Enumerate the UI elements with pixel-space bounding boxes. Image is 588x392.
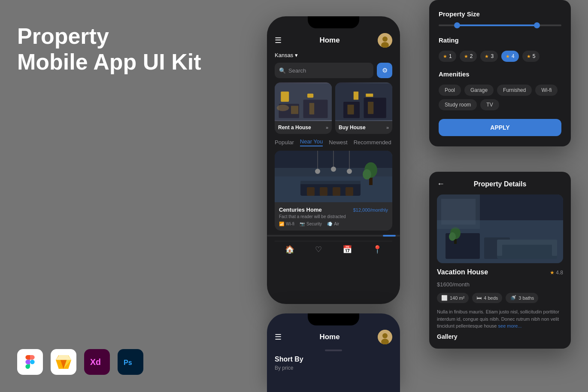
star-icon-1: ★ bbox=[443, 54, 447, 59]
rating-4[interactable]: ★ 4 bbox=[501, 51, 519, 62]
svg-rect-11 bbox=[291, 106, 298, 114]
svg-point-30 bbox=[315, 169, 320, 174]
slider-thumb-right[interactable] bbox=[534, 22, 540, 28]
buy-arrow-icon: » bbox=[386, 125, 389, 130]
svg-rect-8 bbox=[281, 91, 289, 102]
property-meta-row: ⬜ 140 m² 🛏 4 beds 🚿 3 baths bbox=[437, 293, 563, 303]
svg-text:Ps: Ps bbox=[124, 359, 132, 366]
rent-arrow-icon: » bbox=[326, 125, 328, 130]
nav-location-icon[interactable]: 📍 bbox=[373, 245, 382, 254]
bath-icon: 🚿 bbox=[510, 295, 516, 301]
nav-calendar-icon[interactable]: 📅 bbox=[342, 245, 352, 254]
property-cards: Rent a House » Bu bbox=[275, 82, 392, 134]
svg-rect-12 bbox=[309, 103, 314, 115]
phone2-notch bbox=[308, 313, 359, 325]
phone1-header: ☰ Home bbox=[275, 31, 392, 48]
bottom-nav: 🏠 ♡ 📅 📍 bbox=[275, 241, 392, 259]
rating-1[interactable]: ★ 1 bbox=[439, 51, 456, 62]
svg-point-3 bbox=[382, 36, 388, 42]
location-text: Kansas bbox=[275, 52, 293, 58]
drag-handle bbox=[325, 349, 342, 351]
hero-title: Property Mobile App UI Kit bbox=[17, 24, 201, 75]
featured-amenities: 📶 Wi-fi 📷 Security 💨 Air bbox=[279, 222, 388, 226]
tab-near-you[interactable]: Near You bbox=[300, 138, 323, 146]
search-row: 🔍 Search ⚙ bbox=[275, 63, 392, 78]
svg-point-34 bbox=[347, 169, 352, 174]
rent-card[interactable]: Rent a House » bbox=[275, 82, 332, 134]
search-input[interactable]: 🔍 Search bbox=[275, 63, 373, 78]
nav-home-icon[interactable]: 🏠 bbox=[285, 245, 294, 254]
figma-icon bbox=[17, 349, 43, 375]
featured-image bbox=[275, 151, 392, 202]
rent-card-image bbox=[275, 82, 332, 121]
star-icon-2: ★ bbox=[464, 54, 468, 59]
chip-pool[interactable]: Pool bbox=[439, 85, 461, 96]
phone1-title: Home bbox=[319, 36, 339, 45]
nav-heart-icon[interactable]: ♡ bbox=[315, 245, 322, 254]
featured-price: $12,000/monthly bbox=[353, 207, 388, 213]
scroll-indicator bbox=[267, 235, 400, 237]
phone2-hamburger-icon[interactable]: ☰ bbox=[275, 332, 282, 342]
rating-2[interactable]: ★ 2 bbox=[460, 51, 477, 62]
filter-panel: Property Size Rating ★ 1 ★ 2 ★ 3 ★ 4 ★ 5… bbox=[429, 0, 571, 146]
tab-recommended[interactable]: Recommended bbox=[354, 139, 391, 146]
tool-icons-row: Xd Ps bbox=[17, 349, 143, 375]
rent-label-text: Rent a House bbox=[278, 125, 311, 131]
wifi-icon: 📶 bbox=[279, 222, 284, 226]
svg-rect-28 bbox=[346, 187, 353, 196]
svg-rect-43 bbox=[497, 240, 557, 245]
chip-garage[interactable]: Garage bbox=[464, 85, 494, 96]
tab-popular[interactable]: Popular bbox=[275, 139, 294, 146]
size-slider[interactable] bbox=[439, 24, 561, 26]
chip-wifi[interactable]: Wi-fi bbox=[535, 85, 558, 96]
featured-name: Centuries Home bbox=[279, 207, 322, 213]
chip-tv[interactable]: TV bbox=[480, 99, 499, 110]
phone2: ☰ Home Short By By price bbox=[267, 313, 400, 392]
buy-card-label: Buy House » bbox=[335, 121, 392, 134]
svg-rect-16 bbox=[354, 91, 358, 100]
svg-rect-19 bbox=[368, 102, 373, 114]
featured-desc: Fact that a reader will be distracted bbox=[279, 214, 388, 219]
phone2-avatar bbox=[378, 330, 392, 344]
meta-beds: 🛏 4 beds bbox=[472, 293, 502, 303]
sketch-icon bbox=[51, 349, 76, 375]
back-button[interactable]: ← bbox=[437, 179, 445, 188]
tab-newest[interactable]: Newest bbox=[329, 139, 347, 146]
svg-rect-44 bbox=[497, 241, 502, 256]
tabs-row: Popular Near You Newest Recommended bbox=[275, 138, 392, 146]
chip-study-room[interactable]: Study room bbox=[439, 99, 477, 110]
phone1: ☰ Home Kansas ▾ 🔍 Search ⚙ bbox=[267, 16, 400, 304]
property-price: $1600/month bbox=[437, 279, 563, 289]
star-icon-5: ★ bbox=[527, 54, 531, 59]
amenities-title: Amenities bbox=[439, 70, 561, 78]
svg-rect-24 bbox=[300, 181, 361, 184]
rating-3[interactable]: ★ 3 bbox=[480, 51, 498, 62]
amenity-wifi: 📶 Wi-fi bbox=[279, 222, 294, 226]
rating-star-icon: ★ bbox=[550, 270, 555, 276]
buy-card-image bbox=[335, 82, 392, 121]
rating-5[interactable]: ★ 5 bbox=[522, 51, 540, 62]
svg-point-52 bbox=[382, 333, 388, 338]
chip-furnished[interactable]: Furnished bbox=[497, 85, 532, 96]
details-image bbox=[437, 194, 563, 263]
chevron-down-icon: ▾ bbox=[295, 52, 298, 58]
svg-rect-18 bbox=[348, 105, 354, 115]
search-placeholder: Search bbox=[288, 67, 306, 74]
slider-thumb-left[interactable] bbox=[454, 22, 460, 28]
buy-card[interactable]: Buy House » bbox=[335, 82, 392, 134]
details-panel: ← Property Details Vacation House ★ bbox=[429, 172, 571, 349]
apply-button[interactable]: APPLY bbox=[439, 119, 561, 136]
svg-rect-15 bbox=[364, 98, 386, 119]
see-more-link[interactable]: see more... bbox=[498, 323, 522, 328]
air-icon: 💨 bbox=[327, 222, 332, 226]
featured-card[interactable]: Centuries Home $12,000/monthly Fact that… bbox=[275, 151, 392, 231]
svg-point-10 bbox=[277, 105, 289, 111]
hamburger-icon[interactable]: ☰ bbox=[275, 36, 282, 45]
svg-rect-17 bbox=[366, 94, 373, 97]
location-row: Kansas ▾ bbox=[275, 52, 392, 58]
short-by-title: Short By bbox=[275, 356, 392, 363]
filter-button[interactable]: ⚙ bbox=[377, 63, 392, 78]
svg-rect-7 bbox=[303, 100, 328, 118]
property-name: Vacation House bbox=[437, 268, 488, 276]
property-size-title: Property Size bbox=[439, 10, 561, 18]
